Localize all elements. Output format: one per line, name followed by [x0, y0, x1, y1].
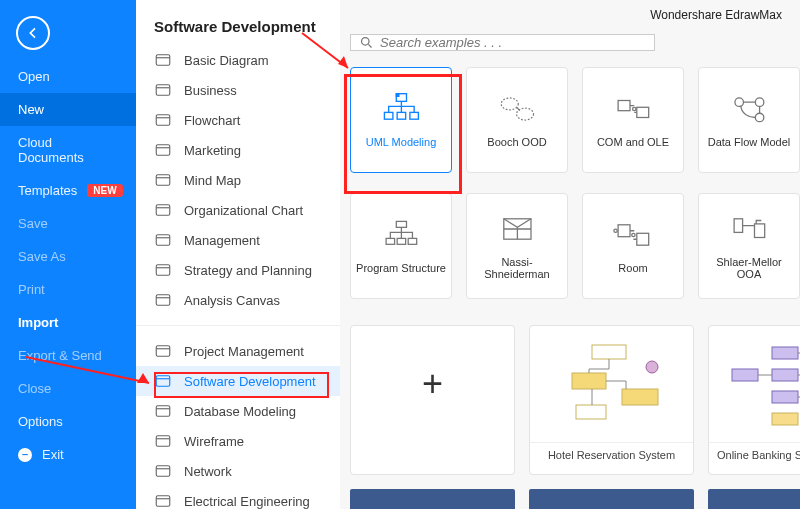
example-online-banking-sms-customer[interactable]: Online Banking Sms Customer — [708, 325, 800, 475]
category-marketing[interactable]: Marketing — [136, 135, 340, 165]
svg-rect-49 — [772, 413, 798, 425]
category-label: Software Development — [184, 374, 328, 389]
template-shlaer-mellor-ooa[interactable]: Shlaer-Mellor OOA — [698, 193, 800, 299]
category-basic-diagram[interactable]: Basic Diagram — [136, 45, 340, 75]
template-label: UML Modeling — [362, 136, 441, 148]
category-label: Organizational Chart — [184, 203, 328, 218]
category-divider — [136, 325, 340, 326]
template-room[interactable]: Room — [582, 193, 684, 299]
template-label: Shlaer-Mellor OOA — [699, 256, 799, 280]
category-network[interactable]: Network — [136, 456, 340, 486]
category-business[interactable]: Business — [136, 75, 340, 105]
exit-icon: – — [18, 448, 32, 462]
template-peek[interactable] — [708, 489, 800, 509]
svg-rect-9 — [156, 346, 170, 357]
category-wireframe[interactable]: Wireframe — [136, 426, 340, 456]
category-icon — [154, 201, 172, 219]
svg-rect-33 — [618, 225, 630, 237]
sidebar-item-label: Save — [18, 216, 48, 231]
category-label: Strategy and Planning — [184, 263, 328, 278]
svg-rect-38 — [754, 224, 764, 238]
left-sidebar: OpenNewCloud DocumentsTemplatesNEWSaveSa… — [0, 0, 136, 509]
sidebar-item-label: Save As — [18, 249, 66, 264]
sidebar-item-label: Open — [18, 69, 50, 84]
template-program-structure[interactable]: Program Structure — [350, 193, 452, 299]
svg-rect-31 — [408, 238, 416, 244]
svg-rect-29 — [386, 238, 394, 244]
svg-rect-3 — [156, 145, 170, 156]
template-com-and-ole[interactable]: COM and OLE — [582, 67, 684, 173]
svg-point-15 — [362, 38, 370, 46]
category-label: Project Management — [184, 344, 328, 359]
category-label: Basic Diagram — [184, 53, 328, 68]
category-electrical-engineering[interactable]: Electrical Engineering — [136, 486, 340, 509]
svg-rect-8 — [156, 295, 170, 306]
template-uml-modeling[interactable]: UML Modeling — [350, 67, 452, 173]
sidebar-item-close[interactable]: Close — [0, 372, 136, 405]
svg-rect-41 — [622, 389, 658, 405]
sidebar-item-label: Templates — [18, 183, 77, 198]
back-button[interactable] — [16, 16, 50, 50]
sidebar-item-export-send[interactable]: Export & Send — [0, 339, 136, 372]
template-thumb-icon — [380, 218, 422, 252]
sidebar-item-new[interactable]: New — [0, 93, 136, 126]
svg-rect-34 — [636, 233, 648, 245]
category-flowchart[interactable]: Flowchart — [136, 105, 340, 135]
search-box[interactable] — [350, 34, 655, 51]
category-label: Mind Map — [184, 173, 328, 188]
template-nassi-shneiderman[interactable]: Nassi-Shneiderman — [466, 193, 568, 299]
svg-rect-22 — [618, 100, 630, 110]
svg-rect-11 — [156, 406, 170, 417]
category-management[interactable]: Management — [136, 225, 340, 255]
svg-rect-10 — [156, 376, 170, 387]
example-preview — [530, 326, 693, 442]
example-preview — [709, 326, 800, 442]
sidebar-item-exit[interactable]: –Exit — [0, 438, 136, 471]
template-thumb-icon — [380, 92, 422, 126]
sidebar-item-save-as[interactable]: Save As — [0, 240, 136, 273]
sidebar-item-label: Options — [18, 414, 63, 429]
page-title: Software Development — [136, 0, 340, 45]
category-organizational-chart[interactable]: Organizational Chart — [136, 195, 340, 225]
category-column: Software Development Basic DiagramBusine… — [136, 0, 340, 509]
sidebar-item-save[interactable]: Save — [0, 207, 136, 240]
category-project-management[interactable]: Project Management — [136, 336, 340, 366]
svg-rect-13 — [156, 466, 170, 477]
svg-point-36 — [613, 229, 616, 232]
sidebar-item-print[interactable]: Print — [0, 273, 136, 306]
template-booch-ood[interactable]: Booch OOD — [466, 67, 568, 173]
category-software-development[interactable]: Software Development — [136, 366, 340, 396]
sidebar-item-import[interactable]: Import — [0, 306, 136, 339]
svg-rect-30 — [397, 238, 405, 244]
category-icon — [154, 141, 172, 159]
svg-rect-28 — [396, 221, 406, 227]
example-hotel-reservation-system[interactable]: Hotel Reservation System — [529, 325, 694, 475]
template-peek[interactable] — [350, 489, 515, 509]
category-icon — [154, 111, 172, 129]
svg-rect-47 — [772, 391, 798, 403]
new-blank-template[interactable]: + — [350, 325, 515, 475]
template-data-flow-model[interactable]: Data Flow Model — [698, 67, 800, 173]
category-icon — [154, 261, 172, 279]
sidebar-item-templates[interactable]: TemplatesNEW — [0, 174, 136, 207]
category-database-modeling[interactable]: Database Modeling — [136, 396, 340, 426]
category-analysis-canvas[interactable]: Analysis Canvas — [136, 285, 340, 315]
category-icon — [154, 402, 172, 420]
svg-rect-44 — [732, 369, 758, 381]
category-strategy-and-planning[interactable]: Strategy and Planning — [136, 255, 340, 285]
category-label: Network — [184, 464, 328, 479]
search-input[interactable] — [380, 35, 646, 50]
template-label: Data Flow Model — [704, 136, 795, 148]
category-label: Business — [184, 83, 328, 98]
sidebar-item-open[interactable]: Open — [0, 60, 136, 93]
svg-rect-45 — [772, 347, 798, 359]
sidebar-item-label: Exit — [42, 447, 64, 462]
svg-rect-5 — [156, 205, 170, 216]
sidebar-item-cloud-documents[interactable]: Cloud Documents — [0, 126, 136, 174]
svg-rect-46 — [772, 369, 798, 381]
template-label: Program Structure — [352, 262, 450, 274]
sidebar-item-options[interactable]: Options — [0, 405, 136, 438]
category-icon — [154, 492, 172, 509]
category-mind-map[interactable]: Mind Map — [136, 165, 340, 195]
template-peek[interactable] — [529, 489, 694, 509]
